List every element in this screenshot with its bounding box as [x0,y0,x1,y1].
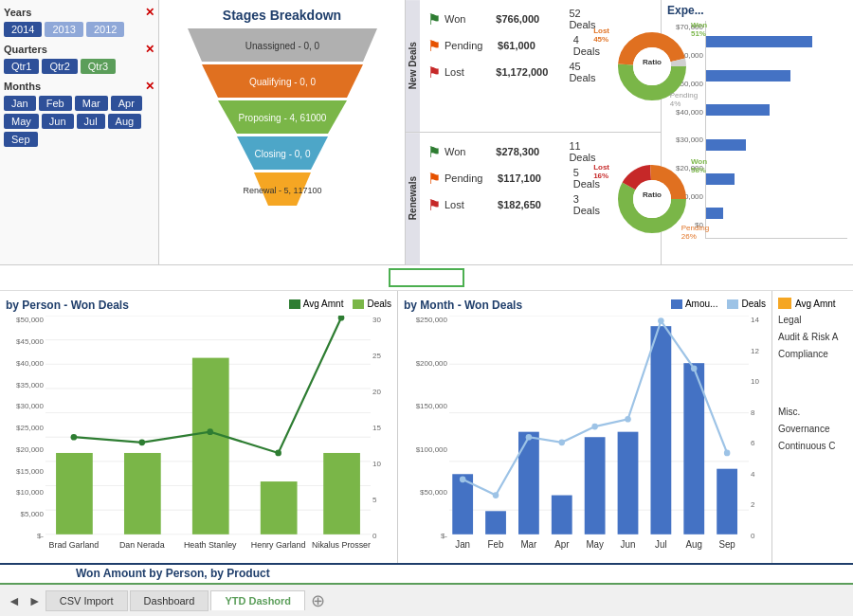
by-month-svg: Jan Feb Mar Apr May Jun Jul Aug Sep [449,316,749,558]
right-legend-compliance: Compliance [778,347,847,361]
expenses-bars [705,21,847,239]
funnel-panel: Stages Breakdown Unassigned - 0, 0 Quali… [159,0,406,264]
feb-btn[interactable]: Feb [39,96,72,111]
x-label-dan: Dan Nerada [119,541,165,551]
may-btn[interactable]: May [4,114,39,129]
years-section-title: Years ✕ [4,6,154,19]
filter-panel: Years ✕ 2014 2013 2012 Quarters ✕ Qtr1 Q… [0,0,159,264]
renewals-rows: ⚑ Won $278,300 11 Deals ⚑ Pending $117,1… [420,133,614,264]
new-won-label: Won [445,13,492,25]
exp-bar-misc [706,139,746,151]
renew-won-count: 11 Deals [569,140,607,163]
tab-add-button[interactable]: ⊕ [307,590,329,611]
donut-center-circle [633,47,671,85]
renew-lost-amount: $182,650 [498,199,570,210]
quarters-clear-icon[interactable]: ✕ [145,43,154,56]
bar-dan [124,453,161,534]
bar-sep [717,469,737,534]
exp-row-audit [706,67,847,84]
months-section-title: Months ✕ [4,80,154,93]
won-amount-bar-title: Won Amount by Person, by Product [76,567,270,580]
new-pending-label: Pending [445,40,494,51]
bar-nikalus [323,453,360,534]
legend-deals-month-color [727,299,738,309]
m-x-mar: Mar [520,540,537,551]
dot-brad [71,434,78,441]
tab-dashboard[interactable]: Dashboard [130,590,209,611]
m-dot-jan [460,477,466,483]
year-2013-btn[interactable]: 2013 [45,22,82,37]
jul-btn[interactable]: Jul [77,114,105,129]
bar-may [585,438,606,535]
m-dot-may [591,424,598,430]
by-person-chart-area: $50,000 $45,000 $40,000 $35,000 $30,000 … [6,316,391,558]
months-clear-icon[interactable]: ✕ [145,80,154,93]
m-x-aug: Aug [686,540,702,551]
apr-btn[interactable]: Apr [111,96,142,111]
bar-jun [618,432,639,534]
renew-donut-center [633,180,671,218]
qtr1-btn[interactable]: Qtr1 [4,59,39,74]
new-deals-label: New Deals [406,0,420,132]
exp-y-30k: $30,000 [667,136,703,144]
year-2012-btn[interactable]: 2012 [86,22,124,37]
exp-bar-legal [706,36,812,47]
legend-amount: Amou... [671,299,717,309]
jan-btn[interactable]: Jan [4,96,36,111]
m-dot-aug [691,366,698,372]
funnel-svg: Unassigned - 0, 0 Qualifying - 0, 0 Prop… [178,28,387,218]
bar-apr [552,496,572,534]
bar-henry [261,481,298,534]
renew-ratio-text: Ratio [643,190,662,199]
exp-row-misc [706,136,847,154]
years-label: Years [4,7,31,18]
exp-bar-governance [706,173,735,185]
renew-won-label: Won [445,146,492,157]
dot-dan [138,440,145,446]
years-clear-icon[interactable]: ✕ [145,6,154,19]
tab-nav-right[interactable]: ► [25,593,45,608]
sep-btn[interactable]: Sep [4,132,38,147]
exp-row-legal [706,33,847,50]
quarters-label: Quarters [4,44,47,55]
x-label-brad: Brad Garland [49,541,100,551]
right-legend-avg-label: Avg Amnt [795,299,836,309]
m-x-may: May [586,540,604,551]
new-won-amount: $766,000 [496,13,565,25]
legend-amount-label: Amou... [685,299,717,309]
search-input[interactable] [389,268,464,287]
tab-ytd-dashboard[interactable]: YTD Dashord [210,590,305,610]
aug-btn[interactable]: Aug [108,114,142,129]
x-label-henry: Henry Garland [251,541,306,551]
year-2014-btn[interactable]: 2014 [4,22,42,37]
legend-avg-amnt-label: Avg Amnt [303,299,344,309]
right-legend-misc: Misc. [778,405,847,419]
right-legend-governance: Governance [778,422,847,436]
right-legend-continuous: Continuous C [778,439,847,453]
m-dot-feb [493,493,499,499]
tab-nav-left[interactable]: ◄ [4,593,25,608]
funnel-label-3: Closing - 0, 0 [254,149,310,159]
renew-lost-label: Lost [445,199,494,210]
qtr3-btn[interactable]: Qtr3 [81,59,116,74]
new-pending-amount: $61,000 [498,40,570,51]
jun-btn[interactable]: Jun [42,114,74,129]
renew-won-amount: $278,300 [496,146,565,157]
expenses-title: Expe... [667,4,847,17]
exp-bar-continuous [706,208,723,219]
by-person-panel: by Person - Won Deals Avg Amnt Deals $50… [0,291,398,562]
renew-lost-row: ⚑ Lost $182,650 3 Deals [424,191,610,218]
renew-lost-count: 3 Deals [573,193,607,216]
right-legend-avg-color [778,298,791,309]
new-lost-flag: ⚑ [427,63,441,82]
mar-btn[interactable]: Mar [75,96,108,111]
by-person-title: by Person - Won Deals [6,299,129,312]
tab-csv-import[interactable]: CSV Import [45,590,128,611]
top-row: Years ✕ 2014 2013 2012 Quarters ✕ Qtr1 Q… [0,0,853,265]
m-dot-sep [724,450,731,457]
qtr2-btn[interactable]: Qtr2 [42,59,77,74]
new-pending-flag: ⚑ [427,37,441,55]
by-month-header: by Month - Won Deals Amou... Deals [404,299,766,316]
renew-pending-pct-label: Pending26% [681,224,709,241]
expenses-chart-container: $70,000 $60,000 $50,000 $40,000 $30,000 … [667,21,847,239]
